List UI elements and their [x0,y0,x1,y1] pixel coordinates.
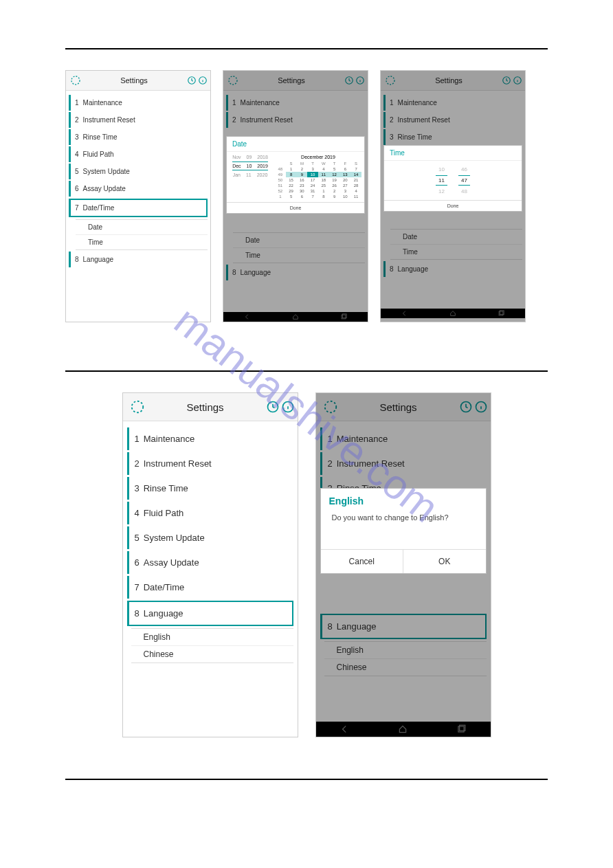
nav-recent-icon[interactable] [498,310,504,317]
nav-home-icon[interactable] [292,313,299,320]
date-done-button[interactable]: Done [227,202,364,213]
submenu-date[interactable]: Date [76,220,208,235]
menu-item-language[interactable]: 8Language [383,261,522,277]
minute-wheel[interactable]: 46 47 48 [458,166,470,194]
menu-item-instrument-reset[interactable]: 2Instrument Reset [383,112,522,128]
time-done-button[interactable]: Done [384,200,522,211]
info-icon[interactable] [198,76,208,85]
date-popup-title: Date [227,137,364,152]
gear-icon [70,75,81,86]
menu-item-maintenance[interactable]: 1Maintenance [383,95,522,111]
menu-item-language[interactable]: 8Language [226,265,365,280]
android-navbar [381,309,525,318]
menu-item-maintenance[interactable]: 1Maintenance [320,427,487,450]
section-divider [65,370,548,372]
menu-item-instrument-reset[interactable]: 2Instrument Reset [320,452,487,475]
screenshot-row-2: Settings 1Maintenance 2Instrument Reset … [65,392,548,737]
app-topbar: Settings [66,71,210,91]
screenshot-date-popup: Settings 1Maintenance 2Instrument Reset … [223,70,368,322]
date-picker-popup: Date Nov 09 2018 Dec 10 2019 Jan 11 2020… [226,136,365,214]
menu-item-rinse-time[interactable]: 3Rinse Time [127,477,293,500]
menu-item-system-update[interactable]: 5System Update [127,526,293,549]
menu-item-instrument-reset[interactable]: 2Instrument Reset [127,452,293,475]
nav-back-icon[interactable] [244,313,251,320]
screenshot-time-popup: Settings 1Maintenance 2Instrument Reset … [380,70,526,322]
menu-item-maintenance[interactable]: 1Maintenance [69,95,208,111]
gear-icon [130,399,145,414]
menu-item-assay-update[interactable]: 6Assay Update [127,551,293,574]
svg-point-24 [324,401,336,413]
app-topbar: Settings [223,71,368,91]
clock-icon[interactable] [459,400,473,414]
menu-item-date-time[interactable]: 7Date/Time [69,199,208,217]
clock-icon[interactable] [187,76,197,85]
svg-point-5 [229,76,237,85]
nav-recent-icon[interactable] [340,313,347,320]
section-divider [65,48,548,49]
nav-home-icon[interactable] [449,310,456,317]
time-popup-title: Time [384,146,522,161]
ok-button[interactable]: OK [403,550,486,573]
time-picker-popup: Time 10 11 12 46 47 48 Done [383,145,522,212]
hour-wheel[interactable]: 10 11 12 [436,166,447,194]
screenshot-datetime-menu: Settings 1Maintenance 2Instrument Reset … [65,70,211,322]
page-title: Settings [81,76,187,85]
menu-item-system-update[interactable]: 5System Update [69,164,208,179]
menu-item-language[interactable]: 8Language [69,252,208,267]
screenshot-language-dialog: Settings 1Maintenance 2Instrument Reset … [315,392,491,737]
datetime-submenu: Date Time [233,232,365,263]
submenu-english[interactable]: English [324,642,487,659]
calendar-grid[interactable]: December 2019 SMTWTFS4812345674989101112… [275,155,361,199]
submenu-time[interactable]: Time [76,235,208,249]
android-navbar [316,722,491,737]
cancel-button[interactable]: Cancel [321,550,404,573]
clock-icon[interactable] [502,76,511,85]
menu-item-maintenance[interactable]: 1Maintenance [226,95,365,111]
submenu-date[interactable]: Date [233,233,365,248]
info-icon[interactable] [474,400,488,414]
nav-home-icon[interactable] [398,724,408,734]
menu-item-maintenance[interactable]: 1Maintenance [127,427,293,450]
menu-item-fluid-path[interactable]: 4Fluid Path [127,502,293,524]
submenu-english[interactable]: English [131,629,293,646]
date-wheel[interactable]: Nov 09 2018 Dec 10 2019 Jan 11 2020 [230,155,271,199]
menu-item-assay-update[interactable]: 6Assay Update [69,181,208,197]
language-submenu: English Chinese [131,628,293,663]
screenshot-language-menu: Settings 1Maintenance 2Instrument Reset … [122,392,298,737]
app-topbar: Settings [123,393,298,421]
submenu-chinese[interactable]: Chinese [324,659,487,676]
svg-point-12 [386,76,394,85]
menu-item-instrument-reset[interactable]: 2Instrument Reset [69,112,208,128]
menu-item-rinse-time[interactable]: 3Rinse Time [69,129,208,145]
menu-item-rinse-time[interactable]: 3Rinse Time [383,129,522,145]
page-title: Settings [338,401,459,413]
android-navbar [223,312,368,322]
gear-icon [323,399,338,414]
dialog-title: English [321,489,486,509]
menu-item-fluid-path[interactable]: 4Fluid Path [69,146,208,162]
gear-icon [385,75,396,86]
nav-back-icon[interactable] [401,310,408,317]
page-title: Settings [145,401,266,413]
submenu-time[interactable]: Time [233,248,365,263]
submenu-chinese[interactable]: Chinese [131,646,293,663]
menu-item-language[interactable]: 8Language [320,614,487,639]
nav-recent-icon[interactable] [456,724,466,734]
nav-back-icon[interactable] [340,724,350,734]
clock-icon[interactable] [344,76,354,85]
app-topbar: Settings [381,71,525,91]
submenu-date[interactable]: Date [390,230,522,245]
menu-item-language[interactable]: 8Language [127,601,293,626]
menu-item-instrument-reset[interactable]: 2Instrument Reset [226,112,365,128]
info-icon[interactable] [355,76,365,85]
page-title: Settings [238,76,344,85]
svg-point-0 [71,76,80,85]
info-icon[interactable] [281,400,295,414]
datetime-submenu: Date Time [76,219,208,250]
datetime-submenu: Date Time [390,229,522,260]
menu-item-date-time[interactable]: 7Date/Time [127,576,293,599]
language-confirm-dialog: English Do you want to change to English… [320,488,487,574]
info-icon[interactable] [513,76,522,85]
clock-icon[interactable] [266,400,280,414]
submenu-time[interactable]: Time [390,245,522,259]
